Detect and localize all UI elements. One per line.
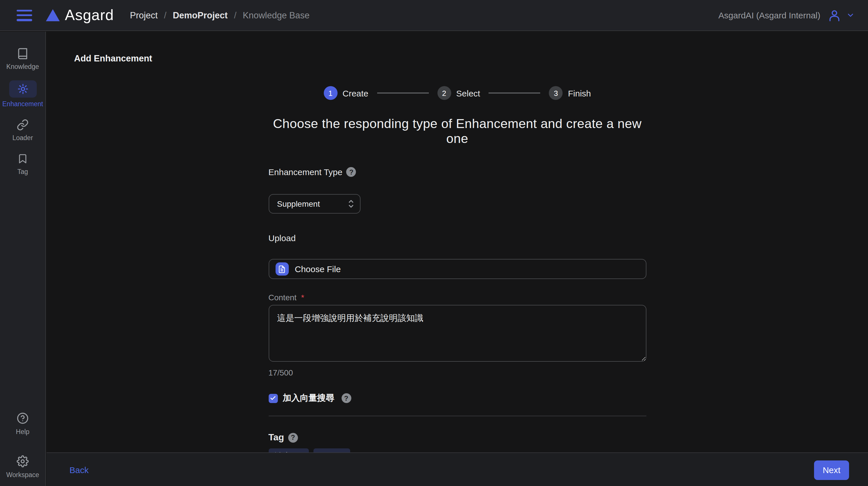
triangle-logo-icon: [46, 9, 60, 21]
breadcrumb: Project / DemoProject / Knowledge Base: [130, 10, 310, 20]
step-3-circle: 3: [549, 86, 563, 100]
sidebar-item-label: Help: [16, 428, 29, 435]
sidebar-item-label: Workspace: [6, 471, 39, 478]
divider: [268, 416, 646, 416]
step-3-label: Finish: [568, 88, 591, 98]
sidebar-item-label: Tag: [17, 168, 28, 175]
content-label-row: Content*: [268, 293, 646, 302]
step-heading: Choose the responding type of Enhancemen…: [268, 117, 646, 146]
sidebar-item-label: Enhancement: [2, 100, 43, 108]
sidebar-bottom: Help Workspace: [0, 412, 45, 478]
enhancement-type-label-row: Enhancement Type ?: [268, 167, 646, 177]
wizard-footer: Back Next: [46, 452, 868, 486]
choose-file-button[interactable]: Choose File: [268, 259, 646, 279]
vector-search-checkbox[interactable]: [268, 394, 278, 403]
chevron-down-icon: [846, 11, 855, 20]
sidebar: Knowledge Enhancement Loader Tag: [0, 32, 46, 486]
enhancement-type-value: Supplement: [277, 199, 320, 208]
form-column: 1 Create 2 Select 3 Finish Choose the re…: [268, 86, 646, 452]
step-2-circle: 2: [437, 86, 451, 100]
book-icon: [16, 47, 30, 60]
navbar: Asgard Project / DemoProject / Knowledge…: [0, 0, 868, 31]
link-icon: [16, 118, 30, 131]
sidebar-item-label: Loader: [12, 134, 33, 141]
bookmark-icon: [16, 152, 30, 165]
stepper: 1 Create 2 Select 3 Finish: [268, 86, 646, 100]
tag-chips: 補充 Tag: [268, 448, 646, 452]
step-1-label: Create: [342, 88, 368, 98]
required-asterisk: *: [301, 293, 304, 302]
sidebar-item-workspace[interactable]: Workspace: [6, 454, 39, 478]
hamburger-menu-icon[interactable]: [17, 9, 32, 21]
help-icon[interactable]: ?: [341, 393, 351, 403]
brand-logo[interactable]: Asgard: [46, 6, 114, 24]
page-title: Add Enhancement: [74, 53, 152, 64]
sidebar-item-tag[interactable]: Tag: [16, 152, 30, 175]
user-icon: [828, 9, 841, 22]
content-textarea[interactable]: 這是一段增強說明用於補充說明該知識: [268, 305, 646, 362]
select-chevrons-icon: [348, 199, 354, 208]
tag-chip: 補充: [268, 448, 309, 452]
char-counter: 17/500: [268, 368, 646, 377]
step-connector: [489, 93, 540, 94]
sidebar-item-help[interactable]: Help: [16, 412, 30, 435]
breadcrumb-project[interactable]: Project: [130, 10, 158, 20]
brand-name: Asgard: [65, 6, 114, 24]
sidebar-item-enhancement[interactable]: Enhancement: [2, 80, 43, 108]
vector-search-label: 加入向量搜尋: [283, 393, 334, 404]
help-icon[interactable]: ?: [346, 167, 356, 177]
enhancement-type-select[interactable]: Supplement: [268, 194, 360, 214]
add-tag-button[interactable]: Tag: [313, 448, 350, 452]
step-2-label: Select: [456, 88, 480, 98]
tag-label-row: Tag ?: [268, 432, 646, 443]
upload-label: Upload: [268, 233, 646, 243]
sidebar-item-loader[interactable]: Loader: [12, 118, 33, 141]
gear-icon: [16, 454, 30, 468]
breadcrumb-separator: /: [234, 10, 237, 20]
sun-icon: [16, 82, 30, 96]
breadcrumb-separator: /: [164, 10, 166, 20]
sidebar-item-label: Knowledge: [6, 63, 39, 70]
breadcrumb-demoproject[interactable]: DemoProject: [173, 10, 228, 20]
help-icon[interactable]: ?: [288, 433, 298, 443]
choose-file-label: Choose File: [295, 264, 341, 274]
app-window: Asgard Project / DemoProject / Knowledge…: [0, 0, 868, 486]
sidebar-item-knowledge[interactable]: Knowledge: [6, 47, 39, 70]
question-circle-icon: [16, 412, 30, 425]
tag-label: Tag: [268, 432, 284, 443]
enhancement-type-label: Enhancement Type: [268, 167, 342, 177]
step-1-circle: 1: [323, 86, 337, 100]
main-content: Add Enhancement 1 Create 2 Select 3 Fini…: [46, 32, 868, 452]
account-label: AsgardAI (Asgard Internal): [718, 10, 820, 20]
step-connector: [377, 93, 429, 94]
breadcrumb-knowledge-base: Knowledge Base: [243, 10, 310, 20]
file-icon: [275, 262, 288, 276]
back-link[interactable]: Back: [69, 465, 89, 475]
content-label: Content: [268, 293, 297, 302]
account-menu[interactable]: AsgardAI (Asgard Internal): [718, 9, 855, 22]
vector-search-row: 加入向量搜尋 ?: [268, 393, 646, 404]
next-button[interactable]: Next: [814, 460, 849, 480]
